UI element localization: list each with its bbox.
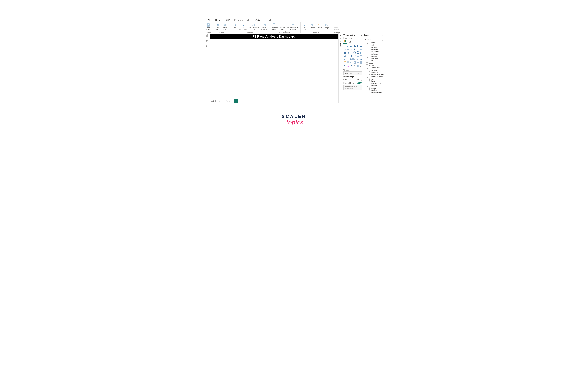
next-page-button[interactable]: › — [221, 100, 223, 102]
field-surname[interactable]: surname — [364, 57, 383, 60]
power-automate-button[interactable]: Power Automate(preview) — [287, 23, 299, 31]
field-nationality[interactable]: nationality — [364, 53, 383, 55]
field-code[interactable]: code — [364, 42, 383, 44]
cross-report-toggle[interactable]: Off — [357, 79, 362, 81]
viz-type-scatter[interactable] — [350, 51, 353, 54]
drill-through-well[interactable]: Add drill-through fields here — [343, 85, 362, 90]
search-input[interactable] — [368, 38, 384, 40]
viz-type-stacked-area[interactable] — [350, 48, 353, 51]
viz-type-bar-h[interactable] — [353, 45, 356, 48]
viz-type-power-apps[interactable] — [343, 64, 346, 67]
viz-type-line[interactable] — [343, 48, 346, 51]
filters-pane-collapsed[interactable]: « Filters — [338, 33, 342, 103]
report-view-icon[interactable] — [206, 34, 208, 37]
viz-type-slicer[interactable] — [347, 58, 349, 60]
search-box[interactable] — [364, 38, 383, 41]
field-constructorId[interactable]: constructorId — [364, 67, 383, 69]
mobile-layout-icon[interactable] — [215, 100, 218, 102]
ribbon-collapse-icon[interactable]: ⌃ — [382, 23, 383, 24]
viz-type-anomaly[interactable] — [350, 64, 353, 67]
viz-type-decomp-tree[interactable] — [347, 61, 349, 64]
field-milliseconds[interactable]: Σmilliseconds — [364, 82, 383, 85]
power-apps-button[interactable]: PowerApps — [279, 23, 286, 31]
qna-button[interactable]: Q&A — [231, 23, 238, 31]
text-box-button[interactable]: A Textbox — [302, 23, 308, 31]
viz-type-stacked-bar-h[interactable] — [357, 45, 359, 48]
viz-type-qna[interactable] — [350, 61, 353, 64]
field-number[interactable]: number — [364, 55, 383, 57]
expand-filters-icon[interactable]: « — [340, 34, 341, 36]
new-page-button[interactable]: Newpage ⌄ — [205, 23, 212, 31]
viz-type-shape-map[interactable] — [350, 55, 353, 57]
viz-type-more[interactable] — [360, 64, 363, 67]
report-canvas[interactable]: F1 Race Analysis Dashboard — [210, 34, 338, 98]
viz-type-area[interactable] — [347, 48, 349, 51]
more-visuals-button[interactable]: Morevisuals ⌄ — [221, 23, 229, 31]
field-driverId[interactable]: driverId — [364, 46, 383, 48]
field-url[interactable]: url — [364, 60, 383, 62]
tab-modeling[interactable]: Modeling — [232, 18, 245, 22]
viz-type-matrix[interactable] — [353, 58, 356, 60]
collapse-data-icon[interactable]: » — [381, 34, 383, 36]
field-number[interactable]: Σnumber — [364, 85, 383, 87]
field-laps[interactable]: Σlaps — [364, 80, 383, 82]
tab-file[interactable]: File — [206, 18, 213, 22]
field-positionOrder[interactable]: ΣpositionOrder — [364, 91, 383, 94]
smart-narrative-button[interactable]: Smartnarrative — [261, 23, 268, 31]
field-driverRef[interactable]: driverRef — [364, 48, 383, 50]
paginated-report-button[interactable]: Paginatedreport — [270, 23, 279, 31]
viz-type-funnel[interactable] — [347, 51, 349, 54]
build-visual-tab[interactable] — [343, 40, 346, 43]
viz-type-ribbon[interactable] — [360, 48, 363, 51]
viz-type-donut[interactable] — [357, 51, 359, 54]
field-points[interactable]: Σpoints — [364, 87, 383, 89]
viz-type-automate2[interactable] — [357, 64, 359, 67]
viz-type-key-influencers[interactable] — [343, 61, 346, 64]
tab-insert[interactable]: Insert — [223, 18, 232, 22]
data-view-icon[interactable] — [206, 40, 208, 42]
viz-type-python-visual[interactable]: Py — [360, 58, 363, 60]
viz-type-combo-2[interactable] — [357, 48, 359, 51]
viz-type-paginated[interactable] — [357, 61, 359, 64]
format-visual-tab[interactable] — [349, 40, 352, 43]
field-grid[interactable]: Σgrid — [364, 78, 383, 80]
viz-type-clustered-bar-h[interactable] — [360, 45, 363, 48]
tab-optimize[interactable]: Optimize — [253, 18, 266, 22]
field-driverId[interactable]: driverId — [364, 69, 383, 71]
dashboard-title[interactable]: F1 Race Analysis Dashboard — [210, 34, 337, 39]
viz-type-pie[interactable] — [353, 51, 356, 54]
buttons-button[interactable]: Buttons⌄ — [309, 23, 315, 31]
tab-help[interactable]: Help — [266, 18, 274, 22]
desktop-layout-icon[interactable] — [211, 100, 214, 102]
viz-type-stacked-bar-2[interactable] — [347, 45, 349, 48]
viz-type-arcgis[interactable] — [360, 61, 363, 64]
viz-type-kpi[interactable] — [343, 58, 346, 60]
viz-type-treemap[interactable] — [360, 51, 363, 54]
model-view-icon[interactable] — [206, 45, 208, 48]
field-fastestLap[interactable]: ΣfastestLap — [364, 71, 383, 73]
field-forename[interactable]: forename — [364, 50, 383, 53]
table-races[interactable]: ›races — [364, 62, 383, 64]
tab-home[interactable]: Home — [213, 18, 223, 22]
viz-type-map[interactable] — [343, 55, 346, 57]
viz-type-combo[interactable] — [353, 48, 356, 51]
decomposition-tree-button[interactable]: Decompositiontree — [248, 23, 260, 31]
shapes-button[interactable]: Shapes⌄ — [316, 23, 323, 31]
field-fastestLapSpeed[interactable]: ΣfastestLapSpeed — [364, 73, 383, 76]
new-visual-button[interactable]: Newvisual — [214, 23, 221, 31]
viz-type-narrative2[interactable] — [353, 64, 356, 67]
viz-type-multi-card[interactable] — [360, 55, 363, 57]
field-dob[interactable]: dob — [364, 44, 383, 46]
viz-type-clustered-bar[interactable] — [350, 45, 353, 48]
tab-view[interactable]: View — [245, 18, 253, 22]
field-position[interactable]: Σposition — [364, 89, 383, 91]
keep-filters-toggle[interactable]: On — [357, 82, 362, 84]
viz-type-gauge[interactable] — [353, 55, 356, 57]
collapse-viz-icon[interactable]: » — [361, 34, 362, 36]
viz-type-stacked-bar[interactable] — [343, 45, 346, 48]
image-button[interactable]: Image — [324, 23, 330, 31]
viz-type-r-visual[interactable]: R — [357, 58, 359, 60]
viz-type-table[interactable] — [350, 58, 353, 60]
viz-type-filled-map[interactable] — [347, 55, 349, 57]
key-influencers-button[interactable]: Keyinfluencers — [239, 23, 248, 31]
